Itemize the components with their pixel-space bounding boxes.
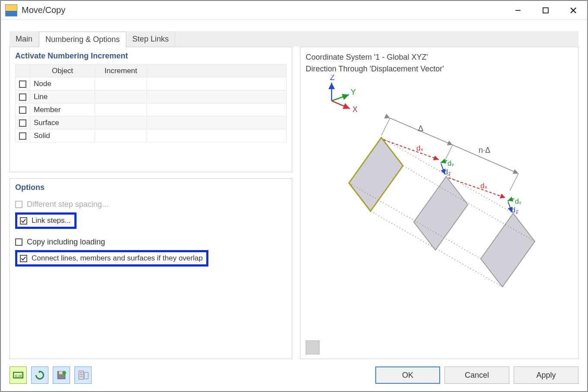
apply-button[interactable]: Apply [514,366,578,384]
window-title: Move/Copy [22,5,504,15]
delta-label: Δ [418,124,423,133]
increment-node[interactable] [95,77,147,90]
svg-rect-30 [84,373,88,379]
svg-point-28 [62,371,66,375]
label-surface: Surface [30,116,95,129]
units-button[interactable]: 0,00 [10,366,27,384]
checkbox-link-steps[interactable] [20,217,27,225]
list-button[interactable] [74,366,92,384]
increment-member[interactable] [95,103,147,116]
tab-step-links[interactable]: Step Links [126,31,175,47]
svg-marker-14 [481,213,535,287]
label-connect-overlap: Connect lines, members and surfaces if t… [32,254,203,263]
checkbox-copy-loading[interactable] [15,238,22,246]
checkbox-line[interactable] [19,93,26,101]
numbering-table: Object Increment Node [15,64,287,142]
axis-x-label: X [352,105,358,114]
checkbox-surface[interactable] [19,119,26,127]
increment-line[interactable] [95,90,147,103]
app-icon [5,4,17,16]
svg-text:0,00: 0,00 [15,373,23,378]
svg-line-11 [510,174,518,191]
dialog-move-copy: Move/Copy Main Numbering & Options Step … [0,0,588,392]
tab-strip: Main Numbering & Options Step Links [10,31,578,47]
dz-label-2: d𝓏 [511,206,519,214]
dx-label-2: dₓ [480,182,488,190]
label-solid: Solid [30,129,95,142]
checkbox-diff-spacing [15,201,22,208]
table-row-solid: Solid [16,129,287,142]
preview-graphic: Z Y X Δ n·Δ [306,75,573,338]
axis-z-label: Z [330,75,335,82]
left-column: Activate Numbering Increment Object Incr… [10,47,292,359]
svg-rect-1 [543,8,548,13]
label-line: Line [30,90,95,103]
ok-button[interactable]: OK [375,366,440,384]
dy-label-1: dᵧ [447,160,454,167]
tab-numbering-options[interactable]: Numbering & Options [39,32,126,47]
checkbox-solid[interactable] [19,132,26,140]
label-diff-spacing: Different step spacing... [27,200,109,209]
preview-line2: Direction Through 'Displacement Vector' [306,63,573,75]
table-row-line: Line [16,90,287,103]
close-button[interactable] [559,1,587,20]
reset-button[interactable] [31,366,48,384]
ndelta-label: n·Δ [479,146,490,154]
label-node: Node [30,77,95,90]
preview-panel: Coordinate System '1 - Global XYZ' Direc… [300,47,578,359]
dz-label-1: d𝓏 [444,168,451,176]
options-heading: Options [15,183,287,192]
table-row-surface: Surface [16,116,287,129]
svg-line-23 [508,199,514,201]
svg-line-5 [332,95,349,101]
option-link-steps-highlight: Link steps... [15,212,77,229]
bottom-bar: 0,00 OK Cancel Apply [1,359,587,391]
option-diff-spacing: Different step spacing... [15,199,287,210]
label-link-steps: Link steps... [32,216,71,225]
displacement-diagram: Z Y X Δ n·Δ [306,75,565,300]
titlebar: Move/Copy [1,1,587,20]
tab-main[interactable]: Main [10,31,39,47]
content-area: Activate Numbering Increment Object Incr… [1,47,587,359]
svg-marker-13 [414,177,468,250]
window-controls [504,1,587,20]
checkbox-node[interactable] [19,80,26,88]
cancel-button[interactable]: Cancel [444,366,509,384]
maximize-button[interactable] [532,1,559,20]
table-row-member: Member [16,103,287,116]
increment-surface[interactable] [95,116,147,129]
numbering-heading: Activate Numbering Increment [15,51,287,61]
label-member: Member [30,103,95,116]
svg-marker-12 [349,138,403,211]
numbering-panel: Activate Numbering Increment Object Incr… [10,47,292,172]
dx-label-1: dₓ [416,144,424,152]
save-button[interactable] [53,366,70,384]
svg-rect-27 [59,371,63,374]
minimize-button[interactable] [504,1,532,20]
axis-y-label: Y [351,88,356,96]
increment-solid[interactable] [95,129,147,142]
table-row-node: Node [16,77,287,90]
svg-rect-29 [79,371,83,379]
col-increment: Increment [95,64,147,77]
option-copy-loading: Copy including loading [15,237,287,247]
label-copy-loading: Copy including loading [27,238,105,247]
checkbox-member[interactable] [19,106,26,114]
svg-line-9 [381,118,390,135]
option-connect-overlap-highlight: Connect lines, members and surfaces if t… [15,250,208,267]
options-panel: Options Different step spacing... Link s… [10,178,292,359]
svg-line-20 [441,161,447,163]
svg-line-6 [332,101,350,109]
copy-to-clipboard-icon[interactable] [306,341,320,354]
dy-label-2: dᵧ [515,198,521,205]
col-object: Object [30,64,95,77]
preview-line1: Coordinate System '1 - Global XYZ' [306,51,573,63]
checkbox-connect-overlap[interactable] [20,255,27,262]
